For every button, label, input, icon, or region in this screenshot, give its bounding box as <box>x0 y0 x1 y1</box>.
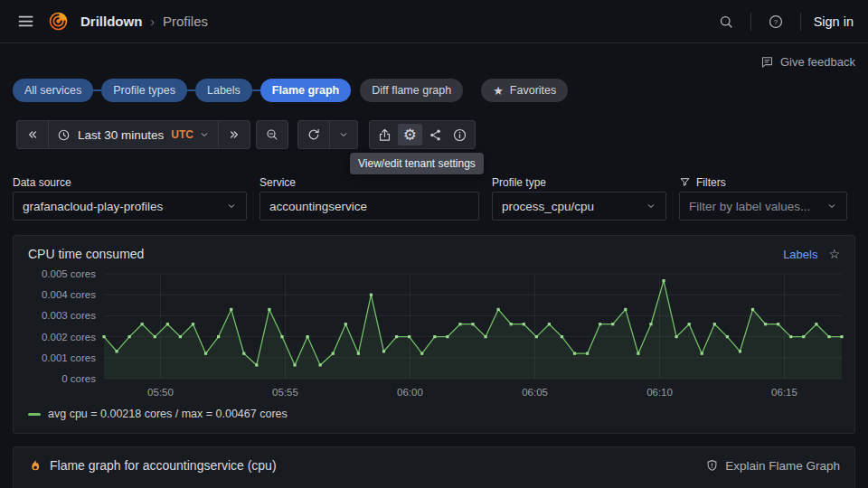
favorite-star-button[interactable]: ☆ <box>828 248 840 260</box>
time-range-picker[interactable]: Last 30 minutes UTC <box>48 121 218 148</box>
fire-icon <box>28 458 42 473</box>
zoom-out-icon <box>265 127 279 142</box>
search-icon <box>718 14 734 30</box>
tab-flame-graph[interactable]: Flame graph <box>260 79 351 102</box>
export-button[interactable] <box>373 121 397 148</box>
legend-series-label[interactable]: avg cpu = 0.00218 cores / max = 0.00467 … <box>48 408 288 420</box>
nav-divider <box>800 13 801 31</box>
help-icon: ? <box>768 14 784 30</box>
hamburger-icon <box>16 12 35 31</box>
service-select[interactable]: accountingservice <box>259 192 479 221</box>
info-icon <box>452 127 467 143</box>
give-feedback-button[interactable]: Give feedback <box>760 55 855 69</box>
chevron-down-icon <box>646 201 656 211</box>
labels-link[interactable]: Labels <box>783 248 817 261</box>
refresh-icon <box>307 127 321 142</box>
info-button[interactable] <box>448 121 472 148</box>
share-button[interactable] <box>423 121 448 148</box>
give-feedback-label: Give feedback <box>780 55 855 69</box>
tab-connector <box>187 89 195 91</box>
legend-series-marker[interactable] <box>28 413 41 416</box>
chevron-down-icon <box>226 201 237 211</box>
svg-text:05:55: 05:55 <box>272 387 298 398</box>
filters-label: Filters <box>696 176 726 189</box>
svg-text:0.004 cores: 0.004 cores <box>42 289 96 300</box>
svg-text:06:10: 06:10 <box>646 387 673 398</box>
profile-type-label: Profile type <box>492 175 666 189</box>
chevrons-left-icon <box>25 127 40 142</box>
tab-favorites-label: Favorites <box>510 84 556 97</box>
flame-graph-panel: Flame graph for accountingservice (cpu) … <box>13 446 855 488</box>
svg-text:06:00: 06:00 <box>397 387 423 398</box>
refresh-button[interactable] <box>298 121 329 148</box>
svg-text:06:15: 06:15 <box>771 387 797 398</box>
tab-diff-flame-graph[interactable]: Diff flame graph <box>360 79 463 102</box>
sign-in-button[interactable]: Sign in <box>814 14 854 29</box>
breadcrumb-app[interactable]: Drilldown <box>80 14 142 29</box>
time-shift-back-button[interactable] <box>17 121 48 148</box>
grafana-logo[interactable] <box>48 11 69 32</box>
tab-connector <box>252 89 260 91</box>
cpu-time-panel: CPU time consumed Labels ☆ 0 cores0.001 … <box>13 235 855 434</box>
svg-text:0.001 cores: 0.001 cores <box>42 352 96 363</box>
breadcrumb: Drilldown › Profiles <box>80 14 208 29</box>
tab-labels[interactable]: Labels <box>195 79 252 102</box>
data-source-label: Data source <box>13 175 247 189</box>
svg-text:0 cores: 0 cores <box>61 373 96 384</box>
top-nav: Drilldown › Profiles ? Sign in <box>0 0 868 43</box>
profile-type-select[interactable]: process_cpu/cpu <box>492 192 666 221</box>
profile-type-value: process_cpu/cpu <box>502 200 646 213</box>
refresh-interval-dropdown[interactable] <box>329 121 357 148</box>
chevrons-right-icon <box>227 127 241 142</box>
svg-text:05:50: 05:50 <box>147 387 174 398</box>
query-builder: Data source grafanacloud-play-profiles S… <box>13 175 855 221</box>
share-icon <box>428 127 443 143</box>
breadcrumb-tabs: All services Profile types Labels Flame … <box>13 79 855 102</box>
svg-text:0.002 cores: 0.002 cores <box>42 332 96 343</box>
explain-flame-graph-label: Explain Flame Graph <box>725 459 840 473</box>
time-toolbar: Last 30 minutes UTC <box>16 120 855 149</box>
time-range-label: Last 30 minutes <box>78 128 164 142</box>
svg-text:0.005 cores: 0.005 cores <box>42 268 96 279</box>
chevron-down-icon <box>338 129 349 140</box>
service-label: Service <box>259 175 479 189</box>
nav-divider <box>750 13 751 31</box>
gear-icon: ⚙ <box>403 127 417 143</box>
filter-funnel-icon <box>679 176 691 188</box>
comment-icon <box>760 55 774 69</box>
chevron-down-icon <box>199 129 210 140</box>
menu-toggle-button[interactable] <box>14 10 37 33</box>
help-button[interactable]: ? <box>764 10 788 33</box>
flame-panel-title: Flame graph for accountingservice (cpu) <box>50 458 277 473</box>
data-source-select[interactable]: grafanacloud-play-profiles <box>13 192 247 221</box>
tenant-settings-button[interactable]: ⚙ <box>398 124 422 145</box>
filters-placeholder: Filter by label values... <box>689 200 826 213</box>
chevron-down-icon <box>826 201 837 211</box>
tab-all-services[interactable]: All services <box>13 79 93 102</box>
filters-select[interactable]: Filter by label values... <box>679 192 847 221</box>
settings-tooltip: View/edit tenant settings <box>350 153 484 174</box>
search-button[interactable] <box>714 10 738 33</box>
star-icon: ★ <box>493 85 504 97</box>
shield-icon <box>705 459 719 473</box>
data-source-value: grafanacloud-play-profiles <box>23 200 226 213</box>
service-value: accountingservice <box>269 200 469 213</box>
time-shift-forward-button[interactable] <box>218 121 250 148</box>
svg-text:0.003 cores: 0.003 cores <box>42 310 96 321</box>
cpu-chart[interactable]: 0 cores0.001 cores0.002 cores0.003 cores… <box>21 267 849 402</box>
breadcrumb-separator: › <box>150 14 155 29</box>
upload-icon <box>377 127 392 143</box>
tab-profile-types[interactable]: Profile types <box>101 79 187 102</box>
cpu-panel-title: CPU time consumed <box>28 247 144 261</box>
time-zoom-out-button[interactable] <box>257 121 288 148</box>
svg-text:06:05: 06:05 <box>522 387 548 398</box>
tab-connector <box>93 89 101 91</box>
svg-text:?: ? <box>773 17 778 25</box>
tab-favorites[interactable]: ★ Favorites <box>481 79 568 102</box>
timezone-label: UTC <box>171 128 193 141</box>
clock-icon <box>57 128 71 142</box>
explain-flame-graph-button[interactable]: Explain Flame Graph <box>705 459 840 473</box>
breadcrumb-page[interactable]: Profiles <box>163 14 208 29</box>
